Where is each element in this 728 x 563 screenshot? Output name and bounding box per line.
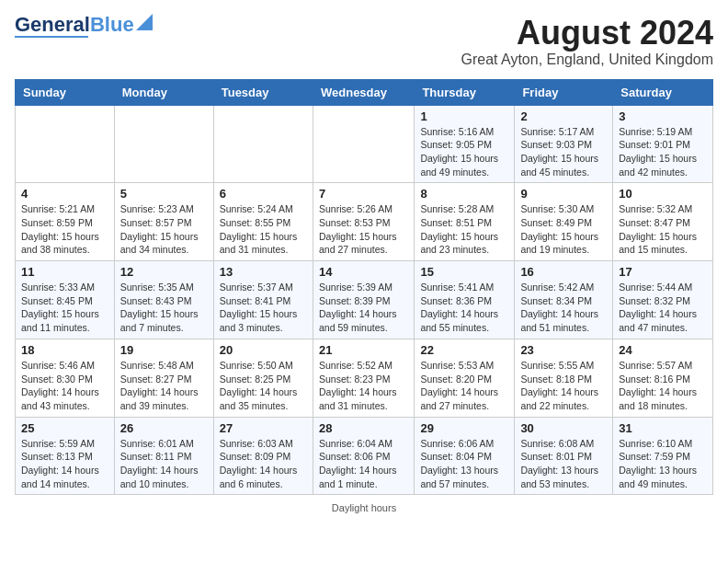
day-info: Sunrise: 5:19 AM Sunset: 9:01 PM Dayligh… [619, 125, 707, 179]
footer: Daylight hours [15, 502, 713, 513]
day-info: Sunrise: 5:50 AM Sunset: 8:25 PM Dayligh… [220, 359, 307, 413]
week-row-0: 1Sunrise: 5:16 AM Sunset: 9:05 PM Daylig… [16, 105, 713, 183]
day-info: Sunrise: 5:28 AM Sunset: 8:51 PM Dayligh… [420, 202, 508, 257]
footer-label: Daylight hours [332, 502, 396, 513]
day-info: Sunrise: 5:55 AM Sunset: 8:18 PM Dayligh… [520, 359, 607, 413]
day-info: Sunrise: 5:46 AM Sunset: 8:30 PM Dayligh… [21, 359, 108, 413]
cal-cell: 7Sunrise: 5:26 AM Sunset: 8:53 PM Daylig… [313, 183, 414, 261]
day-number: 31 [619, 421, 707, 435]
week-row-1: 4Sunrise: 5:21 AM Sunset: 8:59 PM Daylig… [16, 183, 713, 261]
day-info: Sunrise: 6:01 AM Sunset: 8:11 PM Dayligh… [120, 437, 208, 491]
cal-cell: 5Sunrise: 5:23 AM Sunset: 8:57 PM Daylig… [114, 183, 213, 261]
day-number: 4 [21, 187, 108, 201]
day-info: Sunrise: 5:17 AM Sunset: 9:03 PM Dayligh… [520, 125, 607, 179]
cal-cell: 10Sunrise: 5:32 AM Sunset: 8:47 PM Dayli… [613, 183, 713, 261]
col-header-monday: Monday [114, 79, 213, 105]
week-row-2: 11Sunrise: 5:33 AM Sunset: 8:45 PM Dayli… [16, 261, 713, 339]
day-number: 24 [619, 343, 707, 357]
cal-cell: 30Sunrise: 6:08 AM Sunset: 8:01 PM Dayli… [515, 417, 613, 495]
day-info: Sunrise: 5:32 AM Sunset: 8:47 PM Dayligh… [619, 202, 707, 257]
cal-cell: 13Sunrise: 5:37 AM Sunset: 8:41 PM Dayli… [213, 261, 313, 339]
header-row: SundayMondayTuesdayWednesdayThursdayFrid… [16, 79, 713, 105]
cal-cell: 22Sunrise: 5:53 AM Sunset: 8:20 PM Dayli… [415, 339, 515, 417]
day-number: 5 [120, 187, 208, 201]
header: GeneralBlue August 2024 Great Ayton, Eng… [15, 15, 713, 68]
day-number: 12 [120, 265, 208, 279]
day-number: 3 [619, 109, 707, 123]
svg-marker-0 [136, 14, 153, 30]
day-info: Sunrise: 6:06 AM Sunset: 8:04 PM Dayligh… [420, 437, 508, 491]
day-number: 13 [220, 265, 307, 279]
col-header-wednesday: Wednesday [313, 79, 414, 105]
day-number: 21 [319, 343, 408, 357]
col-header-sunday: Sunday [16, 79, 115, 105]
day-number: 11 [21, 265, 108, 279]
day-number: 29 [420, 421, 508, 435]
cal-cell [313, 105, 414, 183]
day-info: Sunrise: 5:26 AM Sunset: 8:53 PM Dayligh… [319, 202, 408, 257]
day-number: 28 [319, 421, 408, 435]
day-number: 26 [120, 421, 208, 435]
day-info: Sunrise: 5:53 AM Sunset: 8:20 PM Dayligh… [420, 359, 508, 413]
day-info: Sunrise: 5:37 AM Sunset: 8:41 PM Dayligh… [220, 281, 307, 335]
col-header-thursday: Thursday [415, 79, 515, 105]
cal-cell [16, 105, 115, 183]
cal-cell: 4Sunrise: 5:21 AM Sunset: 8:59 PM Daylig… [16, 183, 115, 261]
day-info: Sunrise: 5:52 AM Sunset: 8:23 PM Dayligh… [319, 359, 408, 413]
day-info: Sunrise: 5:33 AM Sunset: 8:45 PM Dayligh… [21, 281, 108, 335]
cal-cell: 21Sunrise: 5:52 AM Sunset: 8:23 PM Dayli… [313, 339, 414, 417]
day-info: Sunrise: 5:23 AM Sunset: 8:57 PM Dayligh… [120, 202, 208, 257]
day-info: Sunrise: 5:39 AM Sunset: 8:39 PM Dayligh… [319, 281, 408, 335]
day-number: 20 [220, 343, 307, 357]
col-header-friday: Friday [515, 79, 613, 105]
cal-cell: 26Sunrise: 6:01 AM Sunset: 8:11 PM Dayli… [114, 417, 213, 495]
day-number: 25 [21, 421, 108, 435]
cal-cell: 29Sunrise: 6:06 AM Sunset: 8:04 PM Dayli… [415, 417, 515, 495]
day-info: Sunrise: 5:41 AM Sunset: 8:36 PM Dayligh… [420, 281, 508, 335]
day-number: 19 [120, 343, 208, 357]
day-info: Sunrise: 5:16 AM Sunset: 9:05 PM Dayligh… [420, 125, 508, 179]
cal-cell: 19Sunrise: 5:48 AM Sunset: 8:27 PM Dayli… [114, 339, 213, 417]
day-info: Sunrise: 5:21 AM Sunset: 8:59 PM Dayligh… [21, 202, 108, 257]
col-header-saturday: Saturday [613, 79, 713, 105]
day-info: Sunrise: 6:03 AM Sunset: 8:09 PM Dayligh… [220, 437, 307, 491]
day-number: 8 [420, 187, 508, 201]
day-number: 18 [21, 343, 108, 357]
cal-cell: 23Sunrise: 5:55 AM Sunset: 8:18 PM Dayli… [515, 339, 613, 417]
day-number: 14 [319, 265, 408, 279]
cal-cell: 11Sunrise: 5:33 AM Sunset: 8:45 PM Dayli… [16, 261, 115, 339]
cal-cell: 20Sunrise: 5:50 AM Sunset: 8:25 PM Dayli… [213, 339, 313, 417]
cal-cell: 31Sunrise: 6:10 AM Sunset: 7:59 PM Dayli… [613, 417, 713, 495]
cal-cell [213, 105, 313, 183]
title-area: August 2024 Great Ayton, England, United… [461, 15, 713, 68]
day-info: Sunrise: 5:44 AM Sunset: 8:32 PM Dayligh… [619, 281, 707, 335]
day-number: 17 [619, 265, 707, 279]
day-number: 9 [520, 187, 607, 201]
day-number: 30 [520, 421, 607, 435]
col-header-tuesday: Tuesday [213, 79, 313, 105]
cal-cell: 27Sunrise: 6:03 AM Sunset: 8:09 PM Dayli… [213, 417, 313, 495]
logo-triangle-icon [136, 14, 153, 30]
week-row-3: 18Sunrise: 5:46 AM Sunset: 8:30 PM Dayli… [16, 339, 713, 417]
day-info: Sunrise: 5:59 AM Sunset: 8:13 PM Dayligh… [21, 437, 108, 491]
day-info: Sunrise: 5:57 AM Sunset: 8:16 PM Dayligh… [619, 359, 707, 413]
calendar-table: SundayMondayTuesdayWednesdayThursdayFrid… [15, 79, 713, 496]
day-info: Sunrise: 5:48 AM Sunset: 8:27 PM Dayligh… [120, 359, 208, 413]
cal-cell: 24Sunrise: 5:57 AM Sunset: 8:16 PM Dayli… [613, 339, 713, 417]
cal-cell: 1Sunrise: 5:16 AM Sunset: 9:05 PM Daylig… [415, 105, 515, 183]
cal-cell: 12Sunrise: 5:35 AM Sunset: 8:43 PM Dayli… [114, 261, 213, 339]
day-number: 16 [520, 265, 607, 279]
cal-cell [114, 105, 213, 183]
cal-cell: 18Sunrise: 5:46 AM Sunset: 8:30 PM Dayli… [16, 339, 115, 417]
day-number: 2 [520, 109, 607, 123]
month-title: August 2024 [461, 15, 713, 52]
day-number: 15 [420, 265, 508, 279]
week-row-4: 25Sunrise: 5:59 AM Sunset: 8:13 PM Dayli… [16, 417, 713, 495]
day-number: 7 [319, 187, 408, 201]
logo: GeneralBlue [15, 15, 153, 38]
day-number: 27 [220, 421, 307, 435]
cal-cell: 17Sunrise: 5:44 AM Sunset: 8:32 PM Dayli… [613, 261, 713, 339]
cal-cell: 2Sunrise: 5:17 AM Sunset: 9:03 PM Daylig… [515, 105, 613, 183]
day-number: 1 [420, 109, 508, 123]
day-number: 10 [619, 187, 707, 201]
